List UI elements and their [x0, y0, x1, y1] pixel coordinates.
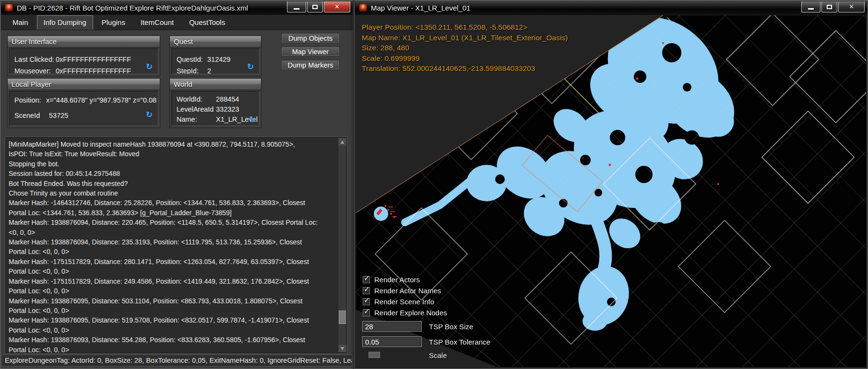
refresh-icon[interactable]: ↻: [246, 62, 255, 71]
log-text: [MiniMapMarker] Moved to inspect nameHas…: [9, 139, 337, 353]
minimize-icon: [294, 8, 299, 10]
checkbox-box[interactable]: ✓: [363, 287, 370, 294]
tsp-box-size-label: TSP Box Size: [429, 323, 473, 331]
maximize-button[interactable]: [307, 1, 323, 12]
scale-label: Scale: [429, 351, 447, 359]
refresh-icon[interactable]: ↻: [144, 62, 154, 71]
tab-info-dumping[interactable]: Info Dumping: [37, 15, 93, 30]
maximize-button[interactable]: [821, 1, 837, 12]
close-button[interactable]: ✕: [324, 1, 350, 12]
group-body: Last Clicked: 0xFFFFFFFFFFFFFFFF Mouseov…: [9, 48, 158, 74]
log-line: <0, 0, 0>: [9, 228, 337, 237]
db-window-title: DB - PID:2628 - Rift Bot Optimized Explo…: [17, 4, 248, 12]
log-line: Marker Hash: -1751517829, Distance: 280.…: [9, 257, 337, 266]
maximize-icon: [312, 5, 318, 9]
scale-button[interactable]: [369, 352, 380, 358]
desktop: DB - PID:2628 - Rift Bot Optimized Explo…: [0, 0, 868, 369]
checkbox-box[interactable]: ✓: [363, 276, 370, 283]
log-output[interactable]: [MiniMapMarker] Moved to inspect nameHas…: [5, 137, 347, 353]
sceneid-label: SceneId: [14, 112, 40, 119]
map-viewer-button[interactable]: Map Viewer: [281, 46, 340, 57]
log-line: Chose Trinity as your combat routine: [9, 188, 337, 198]
log-line: [MiniMapMarker] Moved to inspect nameHas…: [9, 139, 337, 149]
tab-itemcount[interactable]: ItemCount: [134, 15, 180, 30]
mouseover-label: Mouseover:: [14, 67, 51, 74]
close-button[interactable]: ✕: [838, 1, 865, 12]
group-body: WorldId: 288454 LevelAreaId 332323 Name:…: [171, 91, 260, 126]
stepid-label: StepId:: [177, 67, 199, 74]
tsp-box-size-input[interactable]: [362, 321, 422, 332]
checkbox-label: Render Actors: [374, 276, 420, 284]
questid-label: QuestId:: [177, 56, 203, 63]
log-line: Portal Loc: <1344.761, 536.833, 2.363693…: [9, 208, 337, 218]
group-body: Position: x="448.6078" y="987.9578" z="0…: [9, 91, 158, 126]
group-quest: Quest QuestId: 312429 StepId: 2 ↻: [169, 35, 262, 76]
minimize-button[interactable]: [801, 1, 820, 12]
refresh-icon[interactable]: ↻: [144, 110, 154, 119]
checkbox-label: Render Explore Nodes: [374, 309, 447, 317]
sceneid-value: 53725: [49, 112, 68, 119]
minimize-button[interactable]: [287, 1, 306, 12]
refresh-icon[interactable]: ↻: [248, 115, 257, 124]
dump-objects-button[interactable]: Dump Objects: [281, 33, 340, 43]
map-window-title: Map Viewer - X1_LR_Level_01: [371, 4, 470, 12]
check-icon: ✓: [364, 296, 370, 305]
dump-markers-button[interactable]: Dump Markers: [281, 60, 340, 70]
map-size-text: Size: 288, 480: [362, 43, 568, 53]
tab-main[interactable]: Main: [6, 15, 35, 30]
scrollbar-thumb[interactable]: [339, 311, 346, 324]
questid-value: 312429: [207, 56, 230, 63]
stepid-value: 2: [207, 67, 211, 74]
group-world: World WorldId: 288454 LevelAreaId 332323…: [169, 78, 262, 128]
map-name-text: Map Name: X1_LR_Level_01 (X1_LR_Tileset_…: [362, 33, 568, 43]
log-line: Portal Loc: <0, 0, 0>: [9, 306, 337, 315]
log-line: Portal Loc: <0, 0, 0>: [9, 325, 337, 335]
checkbox-render-actors[interactable]: ✓ Render Actors: [363, 276, 420, 284]
log-line: Marker Hash: 1938876093, Distance: 554.2…: [9, 335, 337, 345]
map-translation-text: Translation: 552.000244140625,-213.59988…: [362, 63, 568, 74]
log-line: Marker Hash: 1938876094, Distance: 220.4…: [9, 218, 337, 227]
app-icon: [359, 4, 367, 12]
checkbox-render-scene-info[interactable]: ✓ Render Scene Info: [363, 298, 434, 306]
name-label: Name:: [177, 115, 197, 123]
db-titlebar[interactable]: DB - PID:2628 - Rift Bot Optimized Explo…: [1, 0, 353, 15]
minimize-icon: [808, 8, 814, 10]
log-line: Marker Hash: -1464312746, Distance: 25.2…: [9, 198, 337, 208]
group-body: QuestId: 312429 StepId: 2 ↻: [171, 48, 260, 74]
group-user-interface: User Interface Last Clicked: 0xFFFFFFFFF…: [7, 35, 160, 76]
scroll-down-arrow[interactable]: ▼: [338, 345, 346, 352]
last-clicked-label: Last Clicked:: [14, 56, 54, 63]
position-value: x="448.6078" y="987.9578" z="0.08: [46, 96, 156, 104]
group-title: World: [170, 79, 261, 90]
checkbox-box[interactable]: ✓: [363, 298, 370, 305]
group-local-player: Local Player Position: x="448.6078" y="9…: [7, 78, 160, 128]
log-line: Portal Loc: <0, 0, 0>: [9, 286, 337, 296]
log-line: Marker Hash: 1938876095, Distance: 503.1…: [9, 296, 337, 306]
map-scale-text: Scale: 0.6999999: [362, 53, 568, 64]
levelareaid-value: 332323: [216, 105, 239, 113]
status-bar: ExploreDungeonTag: ActorId: 0, BoxSize: …: [1, 355, 352, 367]
scroll-up-arrow[interactable]: ▲: [338, 138, 346, 146]
tab-plugins[interactable]: Plugins: [95, 15, 132, 30]
app-icon: [5, 4, 13, 12]
checkbox-render-explore-nodes[interactable]: ✓ Render Explore Nodes: [363, 309, 447, 317]
log-line: IsPOI: True IsExit: True MoveResult: Mov…: [9, 149, 337, 159]
worldid-value: 288454: [216, 95, 239, 103]
tsp-box-tolerance-input[interactable]: [362, 336, 422, 347]
db-window: DB - PID:2628 - Rift Bot Optimized Explo…: [0, 0, 354, 369]
maximize-icon: [827, 5, 832, 9]
map-titlebar[interactable]: Map Viewer - X1_LR_Level_01 ✕: [355, 0, 867, 15]
log-line: Stopping the bot.: [9, 159, 337, 169]
tsp-box-tolerance-label: TSP Box Tolerance: [429, 338, 490, 346]
log-line: Session lasted for: 00:45:14.2975488: [9, 169, 337, 178]
checkbox-box[interactable]: ✓: [363, 309, 370, 316]
tab-questtools[interactable]: QuestTools: [182, 15, 232, 30]
group-title: User Interface: [8, 36, 160, 47]
levelareaid-label: LevelAreaId: [177, 105, 214, 113]
position-label: Position:: [14, 96, 41, 104]
log-scrollbar[interactable]: ▲ ▼: [338, 138, 346, 352]
log-line: Bot Thread Ended. Was this requested?: [9, 179, 337, 188]
menu-tabs: Main Info Dumping Plugins ItemCount Ques…: [1, 15, 353, 30]
checkbox-render-actor-names[interactable]: ✓ Render Actor Names: [363, 287, 441, 295]
group-title: Quest: [170, 36, 261, 47]
